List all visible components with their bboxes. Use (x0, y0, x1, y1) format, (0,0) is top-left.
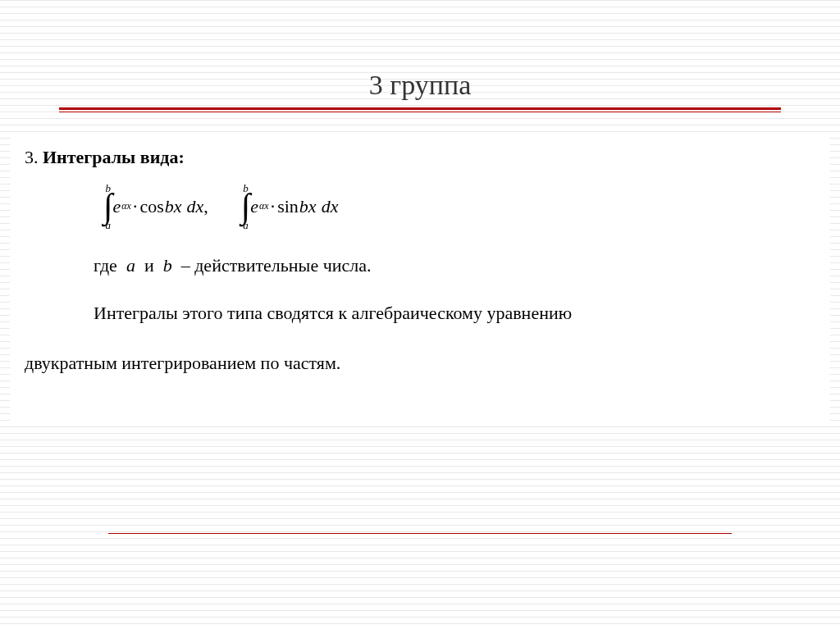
where-prefix: где (94, 255, 117, 276)
divider-line-thin (59, 112, 781, 112)
e-exp-2: αx (259, 200, 269, 212)
e-base-1: e (113, 196, 121, 217)
bx-2: bx (299, 196, 317, 217)
formula-body-1: eαx · cosbx dx , (113, 196, 241, 217)
dot-1: · (133, 196, 138, 217)
integral-symbol-1: b ∫ a (103, 183, 113, 230)
e-exp-1: αx (121, 200, 131, 212)
integral-sign-icon: ∫ (241, 192, 251, 221)
slide: 3 группа 3. Интегралы вида: b ∫ a eαx · … (0, 0, 840, 629)
content-heading: 3. Интегралы вида: (21, 147, 819, 168)
heading-text: Интегралы вида: (43, 147, 185, 167)
title-block: 3 группа (0, 0, 840, 129)
where-line: где a и b – действительные числа. (21, 255, 819, 276)
integral-lower-2: a (243, 220, 249, 230)
var-a: a (126, 255, 135, 276)
where-suffix: – действительные числа. (181, 255, 372, 276)
dx-2: dx (322, 196, 339, 217)
bx-1: bx (165, 196, 182, 217)
content-box: 3. Интегралы вида: b ∫ a eαx · cosbx dx … (10, 135, 830, 426)
slide-title: 3 группа (0, 70, 840, 101)
divider-line-thick (59, 107, 781, 110)
heading-number: 3. (25, 147, 39, 167)
title-divider (59, 107, 781, 112)
integral-lower-1: a (106, 220, 112, 230)
dx-1: dx (187, 196, 204, 217)
footer-divider (108, 533, 732, 534)
formula-body-2: eαx · sin bx dx (250, 196, 338, 217)
integral-sign-icon: ∫ (103, 192, 113, 221)
formula-row: b ∫ a eαx · cosbx dx , b ∫ a eαx · sin b… (21, 183, 819, 230)
var-b: b (163, 255, 172, 276)
fn-cos: cos (139, 196, 163, 217)
integral-symbol-2: b ∫ a (241, 183, 251, 230)
where-and: и (144, 255, 154, 276)
comma: , (203, 196, 208, 217)
body-text-2: двукратным интегрированием по частям. (21, 346, 819, 381)
e-base-2: e (250, 196, 258, 217)
dot-2: · (271, 196, 276, 217)
body-text-1: Интегралы этого типа сводятся к алгебраи… (21, 296, 819, 330)
fn-sin: sin (277, 196, 299, 217)
